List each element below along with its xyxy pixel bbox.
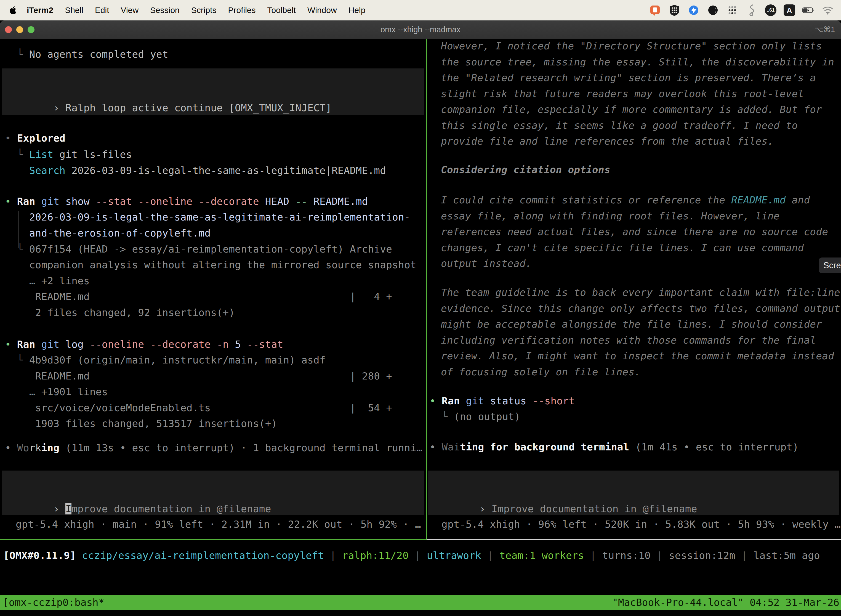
left-pane[interactable]: └ No agents completed yet › Ralph loop a…: [0, 39, 426, 539]
tmux-host-clock: "MacBook-Pro-44.local" 04:52 31-Mar-26: [612, 597, 841, 608]
menu-iterm2[interactable]: iTerm2: [21, 6, 59, 15]
screen-overlay-button[interactable]: Scre: [819, 258, 841, 273]
stat-voice-54: src/voice/voiceModeEnabled.ts | 54 +: [5, 400, 392, 416]
agents-note: └ No agents completed yet: [5, 46, 168, 62]
thinking-paragraph-1: However, I noticed the "Directory Struct…: [441, 39, 834, 149]
squiggle-key-icon[interactable]: [746, 4, 757, 16]
explored-header: • Explored: [5, 130, 65, 146]
menu-profiles[interactable]: Profiles: [222, 6, 261, 15]
menu-shell[interactable]: Shell: [59, 6, 89, 15]
waiting-status-line: • Waiting for background terminal (1m 41…: [429, 439, 799, 455]
tmux-session-name: [omx-cczip0:bash*: [0, 597, 104, 608]
stat-readme-280: README.md | 280 +: [5, 368, 392, 384]
prompt-input-left[interactable]: › Improve documentation in @filename: [2, 471, 424, 515]
inject-banner: › Ralph loop active continue [OMX_TMUX_I…: [2, 69, 424, 115]
ran-git-log-line: • Ran git log --oneline --decorate -n 5 …: [5, 336, 283, 352]
thinking-paragraph-2: I could cite commit statistics or refere…: [441, 192, 828, 271]
dots-grid-icon[interactable]: [726, 4, 738, 16]
stat-readme-4: README.md | 4 +: [5, 289, 392, 305]
model-status-left: gpt-5.4 xhigh · main · 91% left · 2.31M …: [16, 516, 421, 532]
menu-toolbelt[interactable]: Toolbelt: [262, 6, 302, 15]
battery-icon[interactable]: [802, 4, 815, 16]
files-changed-513517: 1903 files changed, 513517 insertions(+): [5, 416, 277, 432]
menu-bar: iTerm2 Shell Edit View Session Scripts P…: [0, 0, 841, 21]
menu-scripts[interactable]: Scripts: [185, 6, 223, 15]
ran-git-show-line: • Ran git show --stat --oneline --decora…: [5, 194, 368, 210]
apple-menu-icon[interactable]: [9, 5, 18, 15]
explored-list-line: └ List git ls-files: [5, 147, 132, 163]
wifi-icon[interactable]: [822, 4, 834, 16]
thinking-heading: Considering citation options: [441, 162, 610, 178]
more-lines-2: … +2 lines: [5, 273, 90, 289]
shield-grid-icon[interactable]: [668, 4, 680, 16]
ran-git-status-line: • Ran git status --short: [429, 393, 575, 409]
badge-61-icon[interactable]: ..61: [765, 4, 777, 16]
commit-067-line: └ 067f154 (HEAD -> essay/ai-reimplementa…: [5, 241, 392, 257]
more-lines-1901: … +1901 lines: [5, 384, 108, 400]
prompt-input-left-text: › Improve documentation in @filename: [2, 485, 271, 501]
pane-bottom-border-inactive: [426, 539, 841, 540]
tmux-status-bar: [omx-cczip0:bash* "MacBook-Pro-44.local"…: [0, 595, 841, 610]
terminal-window: └ No agents completed yet › Ralph loop a…: [0, 39, 841, 616]
window-title-bar[interactable]: omx --xhigh --madmax ⌥⌘1: [0, 21, 841, 39]
menu-edit[interactable]: Edit: [89, 6, 115, 15]
menu-help[interactable]: Help: [343, 6, 371, 15]
bolt-badge-icon[interactable]: [687, 4, 700, 16]
prompt-input-right-text: › Improve documentation in @filename: [428, 485, 697, 501]
commit-067-line2: companion analysis without altering the …: [5, 257, 416, 273]
dark-crescent-icon[interactable]: [707, 4, 719, 16]
working-status-line: • Working (11m 13s • esc to interrupt) ·…: [5, 440, 422, 456]
prompt-chevron-icon: ›: [53, 503, 65, 515]
pane-bottom-border-active: [0, 539, 426, 540]
show-filename-line1: 2026-03-09-is-legal-the-same-as-legitima…: [5, 209, 410, 225]
show-filename-line2: and-the-erosion-of-copyleft.md: [5, 225, 211, 241]
menu-window[interactable]: Window: [302, 6, 343, 15]
pane-divider[interactable]: [426, 39, 427, 539]
prompt-input-right[interactable]: › Improve documentation in @filename: [428, 471, 840, 515]
text-cursor: I: [65, 503, 72, 515]
window-title: omx --xhigh --madmax: [0, 25, 841, 34]
explored-search-line: Search 2026-03-09-is-legal-the-same-as-l…: [5, 163, 386, 179]
omx-status-line: [OMX#0.11.9] cczip/essay/ai-reimplementa…: [3, 547, 820, 563]
prompt-chevron-icon: ›: [479, 503, 491, 515]
thinking-paragraph-3: The team guideline is to back every impo…: [441, 285, 840, 380]
keyboard-a-icon[interactable]: A: [784, 4, 795, 16]
files-changed-92: 2 files changed, 92 insertions(+): [5, 305, 235, 321]
inject-line: › Ralph loop active continue [OMX_TMUX_I…: [2, 84, 332, 100]
commit-4b9-line: └ 4b9d30f (origin/main, instructkr/main,…: [5, 352, 325, 368]
no-output-line: └ (no output): [429, 409, 520, 425]
prompt-chevron-icon: ›: [53, 102, 65, 113]
screen-record-indicator-icon[interactable]: [649, 4, 661, 16]
menu-session[interactable]: Session: [144, 6, 185, 15]
right-pane[interactable]: However, I noticed the "Directory Struct…: [427, 39, 841, 539]
menu-view[interactable]: View: [115, 6, 144, 15]
model-status-right: gpt-5.4 xhigh · 96% left · 520K in · 5.8…: [441, 516, 841, 532]
